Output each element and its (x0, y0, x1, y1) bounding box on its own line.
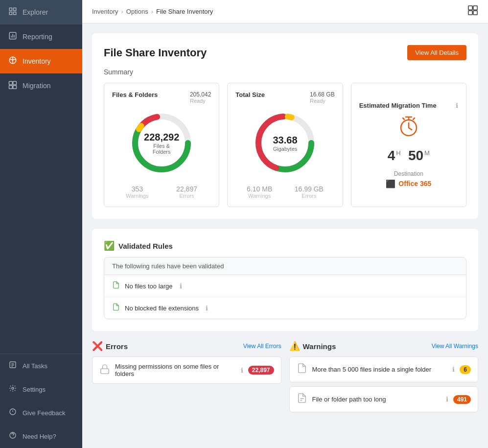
ff-status: Ready (190, 98, 211, 104)
files-folders-header: Files & Folders 205,042 Ready (112, 91, 211, 104)
errors-label: Errors (106, 342, 128, 351)
ff-warn-lbl: Warnings (126, 193, 148, 199)
validated-rules-intro: The following rules have been validated (104, 258, 466, 275)
validated-rules-box: The following rules have been validated … (104, 257, 466, 319)
warning-too-many-files: More than 5 000 files inside a single fo… (289, 356, 479, 382)
ts-err-val: 16.99 GB (295, 185, 324, 193)
sidebar-item-all-tasks[interactable]: All Tasks (0, 354, 82, 377)
too-many-files-badge: 6 (460, 365, 471, 374)
ff-warn-val: 353 (126, 185, 148, 193)
breadcrumb-options[interactable]: Options (126, 8, 148, 15)
sidebar-item-explorer[interactable]: Explorer (0, 0, 82, 24)
rule-no-large-files: No files too large ℹ (104, 275, 466, 297)
breadcrumb-current: File Share Inventory (156, 8, 213, 15)
office-icon: ⬛ (386, 179, 395, 189)
sidebar-item-inventory[interactable]: Inventory (0, 49, 82, 73)
sidebar-bottom: All Tasks Settings Give Feedback Need He… (0, 354, 82, 448)
too-many-files-icon (297, 363, 307, 376)
migration-info-icon[interactable]: ℹ (456, 102, 458, 109)
svg-rect-24 (468, 6, 472, 10)
too-many-files-text: More than 5 000 files inside a single fo… (312, 366, 446, 373)
files-folders-center: 228,292 Files & Folders (144, 132, 179, 155)
rule-1-info-icon[interactable]: ℹ (180, 283, 182, 290)
errors-header: ❌ Errors View All Errors (92, 341, 281, 352)
ts-err-lbl: Errors (295, 193, 324, 199)
migration-destination: ⬛ Office 365 (386, 179, 431, 189)
ts-errors: 16.99 GB Errors (295, 185, 324, 199)
rule-2-info-icon[interactable]: ℹ (206, 305, 208, 312)
sidebar-item-need-help[interactable]: Need Help? (0, 424, 82, 448)
sidebar-item-label: Settings (23, 386, 46, 393)
sidebar-item-settings[interactable]: Settings (0, 377, 82, 401)
svg-rect-37 (101, 369, 109, 374)
summary-label: Summary (104, 68, 466, 76)
clock-icon (397, 114, 420, 142)
missing-perm-text: Missing permissions on some files or fol… (115, 363, 234, 377)
svg-rect-27 (473, 11, 477, 15)
total-size-donut: 33.68 Gigabytes (251, 109, 319, 177)
migration-hours-unit: H (395, 149, 400, 157)
svg-point-18 (12, 387, 14, 389)
breadcrumb-inventory[interactable]: Inventory (92, 8, 118, 15)
main-content: Inventory › Options › File Share Invento… (82, 0, 488, 448)
migration-time-display: 4H 50M (388, 148, 430, 164)
sidebar-item-label: All Tasks (23, 362, 47, 370)
svg-rect-10 (9, 81, 13, 85)
need-help-icon (8, 431, 18, 441)
warning-path-too-long: File or folder path too long ℹ 491 (289, 386, 479, 412)
inventory-icon (8, 56, 18, 67)
ts-warn-lbl: Warnings (247, 193, 272, 199)
files-folders-title: Files & Folders (112, 91, 158, 104)
check-circle-icon: ✅ (104, 240, 115, 251)
main-card: File Share Inventory View All Details Su… (92, 33, 478, 219)
warnings-title: ⚠️ Warnings (289, 341, 336, 352)
give-feedback-icon (8, 408, 18, 418)
errors-title: ❌ Errors (92, 341, 128, 352)
sidebar-item-label: Reporting (23, 33, 52, 41)
warning-triangle-icon: ⚠️ (289, 341, 300, 352)
settings-icon (8, 384, 18, 394)
errors-warnings-section: ❌ Errors View All Errors Missing permiss… (92, 341, 478, 416)
rule-file-icon-1 (112, 281, 120, 291)
svg-rect-11 (13, 81, 17, 85)
path-too-long-info-icon[interactable]: ℹ (446, 396, 448, 403)
svg-rect-0 (9, 8, 12, 10)
sidebar-item-label: Give Feedback (23, 409, 65, 417)
sidebar-item-migration[interactable]: Migration (0, 73, 82, 98)
validated-rules-card: ✅ Validated Rules The following rules ha… (92, 229, 478, 331)
apps-icon[interactable] (467, 5, 478, 18)
ff-total: 228,292 (144, 132, 179, 143)
explorer-icon (8, 7, 18, 18)
missing-perm-badge: 22,897 (248, 366, 274, 375)
svg-rect-3 (14, 12, 16, 15)
ff-sub: Files & Folders (144, 143, 179, 155)
view-all-details-button[interactable]: View All Details (407, 45, 466, 60)
ff-err-val: 22,897 (176, 185, 197, 193)
migration-hours: 4 (388, 148, 395, 163)
sidebar-item-label: Need Help? (23, 433, 56, 440)
error-circle-icon: ❌ (92, 341, 103, 352)
sidebar-item-reporting[interactable]: Reporting (0, 24, 82, 49)
path-too-long-text: File or folder path too long (312, 396, 439, 403)
ts-val: 16.68 GB (310, 91, 335, 98)
warnings-header: ⚠️ Warnings View All Warnings (289, 341, 479, 352)
warnings-label: Warnings (303, 342, 336, 351)
rule-file-icon-2 (112, 303, 120, 313)
content-area: File Share Inventory View All Details Su… (82, 24, 488, 448)
view-all-warnings-link[interactable]: View All Warnings (432, 343, 478, 350)
ff-errors: 22,897 Errors (176, 185, 197, 199)
files-folders-value: 205,042 Ready (190, 91, 211, 104)
missing-perm-info-icon[interactable]: ℹ (241, 367, 243, 374)
total-size-box: Total Size 16.68 GB Ready (227, 83, 343, 207)
ff-warnings: 353 Warnings (126, 185, 148, 199)
page-title: File Share Inventory (104, 47, 207, 59)
breadcrumb: Inventory › Options › File Share Invento… (92, 8, 213, 15)
ts-status: Ready (310, 98, 335, 104)
too-many-files-info-icon[interactable]: ℹ (452, 366, 455, 373)
migration-minutes: 50 (408, 148, 423, 163)
total-size-title: Total Size (235, 91, 265, 104)
view-all-errors-link[interactable]: View All Errors (243, 343, 281, 350)
sidebar-item-give-feedback[interactable]: Give Feedback (0, 401, 82, 424)
migration-dest-label: Destination (394, 170, 423, 177)
rule-2-label: No blocked file extensions (125, 305, 199, 312)
